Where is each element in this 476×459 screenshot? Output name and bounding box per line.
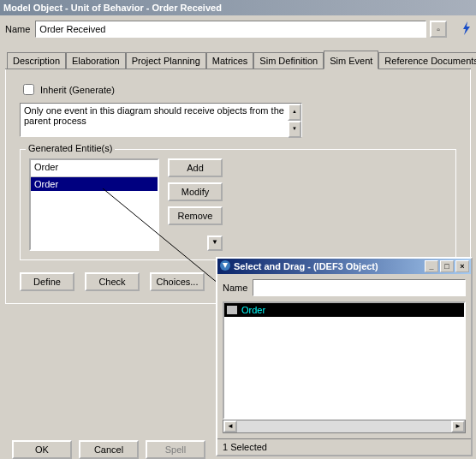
- ok-button[interactable]: OK: [12, 440, 72, 459]
- choices-button[interactable]: Choices...: [150, 272, 205, 291]
- note-field[interactable]: Only one event in this diagram should re…: [20, 103, 302, 137]
- tabstrip: Description Elaboration Project Planning…: [5, 50, 471, 69]
- note-spinner-down[interactable]: ▼: [288, 121, 301, 138]
- scroll-track[interactable]: [237, 420, 451, 432]
- footer-buttons: OK Cancel Spell: [12, 440, 205, 459]
- list-item-label: Order: [34, 179, 58, 189]
- tab-elaboration[interactable]: Elaboration: [66, 52, 126, 69]
- entities-list: Order Order: [29, 158, 159, 251]
- tab-label: Reference Documents: [384, 56, 476, 66]
- name-input[interactable]: [35, 21, 426, 38]
- scroll-left-button[interactable]: ◄: [223, 420, 237, 432]
- square-icon: ▫: [437, 25, 440, 34]
- minimize-button[interactable]: _: [425, 260, 438, 272]
- tab-project-planning[interactable]: Project Planning: [126, 52, 206, 69]
- tab-sim-definition[interactable]: Sim Definition: [253, 52, 324, 69]
- entities-entry-text: Order: [34, 162, 58, 172]
- add-button[interactable]: Add: [168, 158, 223, 177]
- select-drag-list-item[interactable]: Order: [224, 303, 464, 317]
- close-button[interactable]: ×: [455, 260, 469, 272]
- group-title: Generated Entitie(s): [26, 143, 115, 153]
- maximize-button[interactable]: □: [440, 260, 454, 272]
- status-text: 1 Selected: [223, 442, 267, 452]
- check-button[interactable]: Check: [85, 272, 140, 291]
- horizontal-scrollbar[interactable]: ◄ ►: [223, 420, 466, 433]
- inherit-row: Inherit (Generate): [20, 81, 456, 98]
- lightning-icon[interactable]: [462, 21, 471, 37]
- tab-label: Sim Definition: [259, 56, 318, 66]
- select-drag-body: Name Order ◄ ►: [217, 274, 471, 438]
- window-titlebar: Model Object - Unit of Behavior - Order …: [0, 0, 476, 15]
- generated-entities-group: Generated Entitie(s) Order Order Add Mod…: [20, 149, 456, 260]
- note-spinner-up[interactable]: ▲: [288, 104, 301, 121]
- note-spinner: ▲ ▼: [288, 104, 301, 138]
- tab-matrices[interactable]: Matrices: [206, 52, 254, 69]
- tab-label: Project Planning: [132, 56, 200, 66]
- entities-buttons: Add Modify Remove ▼: [168, 158, 223, 251]
- select-drag-titlebar[interactable]: Select and Drag - (IDEF3 Object) _ □ ×: [217, 259, 471, 274]
- tab-description[interactable]: Description: [7, 52, 66, 69]
- remove-button[interactable]: Remove: [168, 206, 223, 225]
- tab-label: Elaboration: [72, 56, 120, 66]
- entities-dropdown-arrow[interactable]: ▼: [207, 235, 223, 251]
- spell-button[interactable]: Spell: [146, 440, 205, 459]
- name-browse-button[interactable]: ▫: [430, 21, 447, 38]
- select-drag-name-row: Name: [223, 279, 466, 296]
- tab-label: Matrices: [212, 56, 248, 66]
- scroll-right-button[interactable]: ►: [451, 420, 465, 432]
- select-drag-name-input[interactable]: [253, 279, 466, 296]
- entities-entry[interactable]: Order: [31, 160, 158, 177]
- note-text: Only one event in this diagram should re…: [24, 105, 284, 126]
- tab-label: Description: [13, 56, 60, 66]
- select-drag-list[interactable]: Order: [223, 301, 466, 420]
- select-drag-statusbar: 1 Selected: [217, 438, 471, 455]
- name-row: Name ▫: [5, 21, 471, 38]
- define-button[interactable]: Define: [20, 272, 74, 291]
- tab-sim-event[interactable]: Sim Event: [324, 51, 378, 69]
- inherit-label: Inherit (Generate): [40, 85, 115, 95]
- list-item[interactable]: Order: [31, 177, 158, 191]
- select-drag-item-label: Order: [241, 305, 265, 315]
- select-drag-window: Select and Drag - (IDEF3 Object) _ □ × N…: [216, 257, 473, 456]
- select-drag-name-label: Name: [223, 283, 247, 293]
- cancel-button[interactable]: Cancel: [79, 440, 139, 459]
- tab-label: Sim Event: [330, 56, 372, 66]
- inherit-checkbox[interactable]: [23, 84, 34, 95]
- window-title: Model Object - Unit of Behavior - Order …: [3, 3, 222, 13]
- app-icon: [219, 259, 231, 273]
- object-icon: [226, 305, 238, 315]
- tab-reference-documents[interactable]: Reference Documents: [378, 52, 476, 69]
- select-drag-title: Select and Drag - (IDEF3 Object): [234, 261, 423, 271]
- modify-button[interactable]: Modify: [168, 182, 223, 201]
- entities-list-body[interactable]: Order: [31, 177, 158, 244]
- name-label: Name: [5, 24, 30, 34]
